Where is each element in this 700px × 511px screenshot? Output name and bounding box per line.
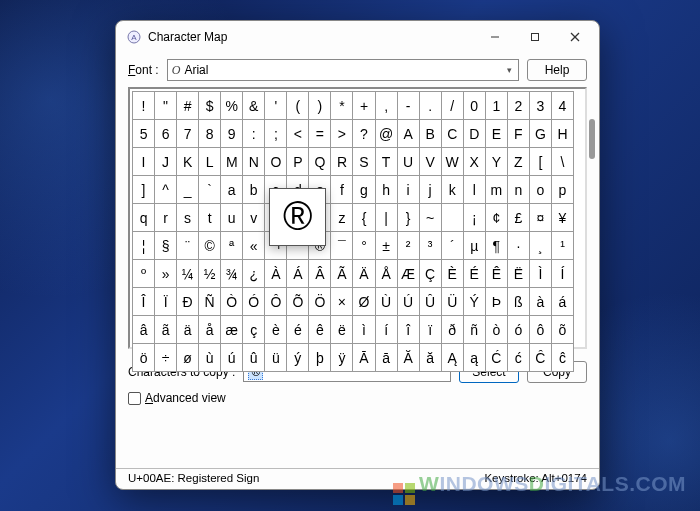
character-cell[interactable]: Ã	[331, 260, 353, 288]
character-cell[interactable]: ï	[420, 316, 442, 344]
maximize-button[interactable]	[515, 23, 555, 51]
character-cell[interactable]: Ë	[508, 260, 530, 288]
character-cell[interactable]: Â	[309, 260, 331, 288]
character-cell[interactable]: 5	[133, 120, 155, 148]
character-cell[interactable]: ß	[508, 288, 530, 316]
character-cell[interactable]: n	[508, 176, 530, 204]
character-cell[interactable]: ¨	[177, 232, 199, 260]
character-cell[interactable]: Þ	[486, 288, 508, 316]
character-cell[interactable]: ù	[199, 344, 221, 372]
character-cell[interactable]: X	[464, 148, 486, 176]
character-cell[interactable]: ð	[442, 316, 464, 344]
character-cell[interactable]: Í	[552, 260, 574, 288]
character-cell[interactable]: h	[376, 176, 398, 204]
character-cell[interactable]: Ó	[243, 288, 265, 316]
character-cell[interactable]: ú	[221, 344, 243, 372]
character-cell[interactable]: é	[287, 316, 309, 344]
character-cell[interactable]: £	[508, 204, 530, 232]
character-cell[interactable]: õ	[552, 316, 574, 344]
character-cell[interactable]: V	[420, 148, 442, 176]
advanced-view-checkbox[interactable]	[128, 392, 141, 405]
character-cell[interactable]: Ă	[398, 344, 420, 372]
close-button[interactable]	[555, 23, 595, 51]
character-cell[interactable]: <	[287, 120, 309, 148]
character-cell[interactable]: â	[133, 316, 155, 344]
character-cell[interactable]: ā	[376, 344, 398, 372]
character-cell[interactable]: {	[353, 204, 375, 232]
help-button[interactable]: Help	[527, 59, 587, 81]
character-cell[interactable]: Á	[287, 260, 309, 288]
character-cell[interactable]: ê	[309, 316, 331, 344]
character-cell[interactable]: å	[199, 316, 221, 344]
character-cell[interactable]: ÿ	[331, 344, 353, 372]
character-cell[interactable]: s	[177, 204, 199, 232]
character-cell[interactable]: U	[398, 148, 420, 176]
character-cell[interactable]: à	[530, 288, 552, 316]
character-cell[interactable]: 3	[530, 92, 552, 120]
character-cell[interactable]: ª	[221, 232, 243, 260]
character-cell[interactable]: P	[287, 148, 309, 176]
character-cell[interactable]: ą	[464, 344, 486, 372]
character-cell[interactable]: Ý	[464, 288, 486, 316]
character-cell[interactable]: A	[398, 120, 420, 148]
character-cell[interactable]: ´	[442, 232, 464, 260]
character-cell[interactable]: N	[243, 148, 265, 176]
character-cell[interactable]: v	[243, 204, 265, 232]
character-cell[interactable]: o	[530, 176, 552, 204]
character-cell[interactable]: Ć	[486, 344, 508, 372]
character-cell[interactable]: Ĉ	[530, 344, 552, 372]
character-cell[interactable]: 1	[486, 92, 508, 120]
character-cell[interactable]: ~	[420, 204, 442, 232]
character-cell[interactable]: «	[243, 232, 265, 260]
character-cell[interactable]: Õ	[287, 288, 309, 316]
character-cell[interactable]: G	[530, 120, 552, 148]
character-cell[interactable]: E	[486, 120, 508, 148]
character-cell[interactable]: |	[376, 204, 398, 232]
character-cell[interactable]: =	[309, 120, 331, 148]
character-cell[interactable]: Z	[508, 148, 530, 176]
character-cell[interactable]: j	[420, 176, 442, 204]
character-cell[interactable]: ã	[155, 316, 177, 344]
character-cell[interactable]: ă	[420, 344, 442, 372]
character-cell[interactable]: Ñ	[199, 288, 221, 316]
character-cell[interactable]: ý	[287, 344, 309, 372]
character-cell[interactable]: B	[420, 120, 442, 148]
character-cell[interactable]: Û	[420, 288, 442, 316]
character-cell[interactable]: í	[376, 316, 398, 344]
character-cell[interactable]: ç	[243, 316, 265, 344]
character-cell[interactable]: Ā	[353, 344, 375, 372]
character-cell[interactable]: I	[133, 148, 155, 176]
character-cell[interactable]: k	[442, 176, 464, 204]
character-cell[interactable]: ì	[353, 316, 375, 344]
character-cell[interactable]: t	[199, 204, 221, 232]
character-cell[interactable]: >	[331, 120, 353, 148]
character-cell[interactable]: ²	[398, 232, 420, 260]
character-cell[interactable]: þ	[309, 344, 331, 372]
character-cell[interactable]: q	[133, 204, 155, 232]
character-cell[interactable]: $	[199, 92, 221, 120]
character-cell[interactable]: f	[331, 176, 353, 204]
character-cell[interactable]: r	[155, 204, 177, 232]
minimize-button[interactable]	[475, 23, 515, 51]
character-cell[interactable]: Ï	[155, 288, 177, 316]
character-cell[interactable]: a	[221, 176, 243, 204]
character-cell[interactable]: u	[221, 204, 243, 232]
character-cell[interactable]: Æ	[398, 260, 420, 288]
character-cell[interactable]: Ø	[353, 288, 375, 316]
character-cell[interactable]: \	[552, 148, 574, 176]
character-cell[interactable]: 9	[221, 120, 243, 148]
character-cell[interactable]: 0	[464, 92, 486, 120]
character-cell[interactable]: Ò	[221, 288, 243, 316]
character-cell[interactable]: À	[265, 260, 287, 288]
character-cell[interactable]: 8	[199, 120, 221, 148]
character-cell[interactable]: L	[199, 148, 221, 176]
character-grid[interactable]: !"#$%&'()*+,-./0123456789:;<=>?@ABCDEFGH…	[132, 91, 574, 372]
character-cell[interactable]: #	[177, 92, 199, 120]
font-dropdown[interactable]: O Arial ▾	[167, 59, 519, 81]
character-cell[interactable]: i	[398, 176, 420, 204]
grid-scrollbar-thumb[interactable]	[589, 119, 595, 159]
character-cell[interactable]: [	[530, 148, 552, 176]
character-cell[interactable]: l	[464, 176, 486, 204]
character-cell[interactable]: 2	[508, 92, 530, 120]
character-cell[interactable]: ¾	[221, 260, 243, 288]
